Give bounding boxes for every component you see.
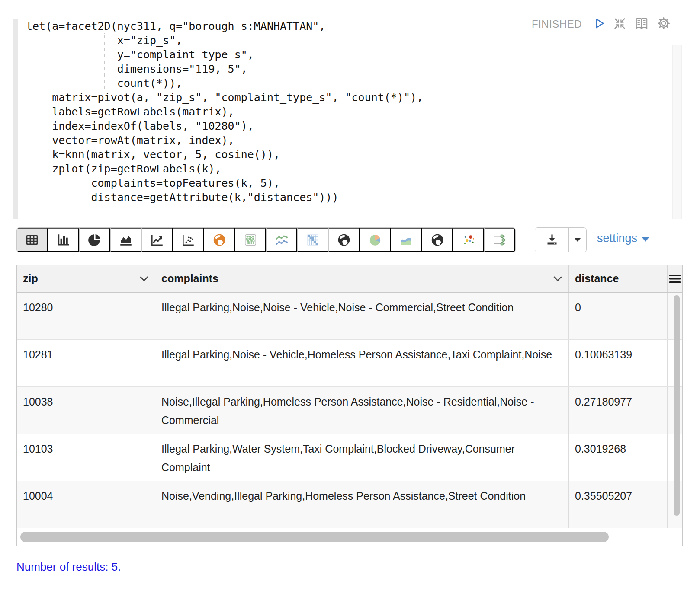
globe-dark-icon — [430, 233, 445, 247]
results-table: zip complaints distance 10280 Illegal Pa… — [16, 265, 683, 546]
compress-icon — [613, 17, 626, 32]
cell-distance: 0 — [569, 293, 668, 339]
globe-dark-icon — [337, 233, 351, 247]
indent-guide — [78, 33, 78, 90]
cell-zip: 10004 — [17, 481, 155, 528]
color-area-view-button[interactable] — [391, 228, 422, 252]
table-row[interactable]: 10103 Illegal Parking,Water System,Taxi … — [17, 434, 682, 481]
horizontal-scrollbar-thumb[interactable] — [20, 532, 609, 542]
table-menu-button[interactable] — [668, 265, 682, 292]
pie-chart-icon — [87, 233, 102, 247]
table-body: 10280 Illegal Parking,Noise,Noise - Vehi… — [17, 293, 682, 528]
globe-2-view-button[interactable] — [422, 228, 453, 252]
visualization-toolbar: settings — [16, 227, 684, 252]
line-chart-icon — [150, 233, 164, 247]
area-chart-view-button[interactable] — [110, 228, 141, 252]
globe-view-button[interactable] — [328, 228, 360, 252]
column-header-zip[interactable]: zip — [17, 265, 155, 292]
settings-link[interactable]: settings — [597, 232, 649, 245]
horizontal-scrollbar-track[interactable] — [17, 528, 682, 546]
table-row[interactable]: 10281 Illegal Parking,Noise - Vehicle,Ho… — [17, 340, 682, 387]
run-button[interactable] — [593, 17, 606, 31]
table-view-button[interactable] — [17, 228, 48, 252]
indent-guide — [104, 33, 105, 90]
table-row[interactable]: 10004 Noise,Vending,Illegal Parking,Home… — [17, 481, 682, 528]
play-icon — [593, 17, 606, 31]
cell-distance: 0.3019268 — [569, 434, 668, 481]
globe-orange-icon — [212, 233, 227, 247]
scatter-view-button[interactable] — [173, 228, 204, 252]
cell-zip: 10281 — [17, 340, 155, 386]
chevron-down-icon[interactable] — [553, 276, 562, 281]
download-button-group — [535, 227, 587, 252]
editor-scrollbar-track[interactable] — [672, 45, 682, 219]
caret-down-icon — [571, 233, 584, 248]
code-editor: let(a=facet2D(nyc311, q="borough_s:MANHA… — [13, 3, 683, 221]
dot-grid-icon — [243, 233, 258, 247]
bar-chart-view-button[interactable] — [48, 228, 79, 252]
column-header-complaints[interactable]: complaints — [155, 265, 569, 292]
multi-line-view-button[interactable] — [266, 228, 297, 252]
cell-distance: 0.35505207 — [569, 481, 668, 528]
pie-color-icon — [368, 233, 382, 247]
parallel-sliders-view-button[interactable] — [484, 228, 515, 252]
book-icon — [634, 16, 649, 32]
indent-guide — [52, 176, 52, 204]
dot-grid-view-button[interactable] — [235, 228, 266, 252]
map-view-button[interactable] — [204, 228, 235, 252]
editor-gutter — [13, 19, 18, 219]
chart-type-button-group — [16, 227, 516, 252]
cell-complaints: Illegal Parking,Water System,Taxi Compla… — [155, 434, 569, 481]
caret-down-icon — [642, 237, 649, 242]
collapse-button[interactable] — [613, 17, 626, 32]
table-icon — [25, 233, 39, 247]
cell-complaints: Noise,Vending,Illegal Parking,Homeless P… — [155, 481, 569, 528]
cell-complaints: Illegal Parking,Noise,Noise - Vehicle,No… — [155, 293, 569, 339]
indent-guide — [78, 176, 78, 204]
cell-complaints: Illegal Parking,Noise - Vehicle,Homeless… — [155, 340, 569, 386]
table-header: zip complaints distance — [17, 265, 682, 293]
scatter-plot-icon — [181, 233, 196, 247]
heatmap-icon — [305, 233, 320, 247]
bubble-scatter-icon — [461, 233, 476, 247]
vertical-scrollbar-thumb[interactable] — [674, 295, 680, 516]
sliders-icon — [492, 233, 507, 247]
bar-chart-icon — [56, 233, 71, 247]
cell-complaints: Noise,Illegal Parking,Homeless Person As… — [155, 387, 569, 434]
cell-zip: 10038 — [17, 387, 155, 434]
table-row[interactable]: 10038 Noise,Illegal Parking,Homeless Per… — [17, 387, 682, 434]
cell-distance: 0.10063139 — [569, 340, 668, 386]
heatmap-view-button[interactable] — [297, 228, 328, 252]
indent-guide — [52, 33, 52, 90]
column-header-distance[interactable]: distance — [569, 265, 668, 292]
status-badge: FINISHED — [532, 18, 582, 30]
results-count-text: Number of results: 5. — [16, 560, 121, 574]
column-label: distance — [575, 272, 619, 285]
cell-distance: 0.27180977 — [569, 387, 668, 434]
download-icon — [545, 233, 559, 248]
table-row[interactable]: 10280 Illegal Parking,Noise,Noise - Vehi… — [17, 293, 682, 340]
column-label: complaints — [161, 272, 218, 285]
gear-icon — [657, 16, 671, 32]
paragraph-controls: FINISHED — [532, 16, 671, 32]
settings-label: settings — [597, 232, 637, 245]
download-button[interactable] — [535, 228, 568, 252]
download-options-button[interactable] — [568, 228, 586, 252]
cell-zip: 10280 — [17, 293, 155, 339]
paragraph-settings-button[interactable] — [657, 16, 671, 32]
line-chart-view-button[interactable] — [141, 228, 173, 252]
code-text[interactable]: let(a=facet2D(nyc311, q="borough_s:MANHA… — [26, 19, 423, 204]
show-editor-button[interactable] — [634, 16, 649, 32]
area-color-icon — [399, 233, 414, 247]
color-pie-view-button[interactable] — [360, 228, 391, 252]
pie-chart-view-button[interactable] — [79, 228, 110, 252]
column-label: zip — [23, 272, 38, 285]
multi-line-icon — [274, 233, 289, 247]
scrollbar-corner — [668, 528, 682, 546]
bubble-scatter-view-button[interactable] — [453, 228, 484, 252]
area-chart-icon — [119, 233, 133, 247]
cell-zip: 10103 — [17, 434, 155, 481]
chevron-down-icon[interactable] — [139, 276, 149, 281]
hamburger-icon — [669, 275, 681, 283]
